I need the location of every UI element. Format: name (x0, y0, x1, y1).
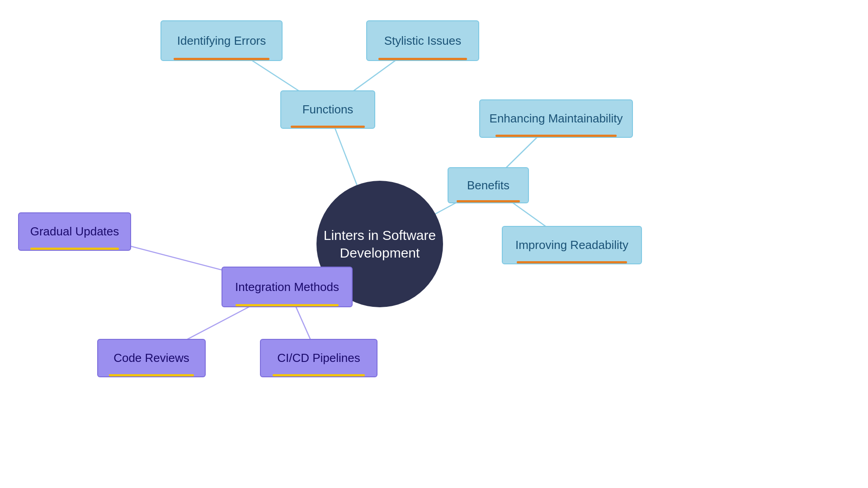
node-gradual-updates[interactable]: Gradual Updates (18, 212, 131, 251)
node-integration-methods[interactable]: Integration Methods (222, 267, 353, 307)
node-code-reviews[interactable]: Code Reviews (97, 339, 206, 377)
node-functions[interactable]: Functions (280, 90, 375, 129)
node-enhancing-maintainability[interactable]: Enhancing Maintainability (479, 99, 633, 138)
mindmap-canvas: Linters in Software DevelopmentIdentifyi… (0, 0, 868, 488)
node-improving-readability[interactable]: Improving Readability (502, 226, 642, 264)
node-ci-cd-pipelines[interactable]: CI/CD Pipelines (260, 339, 377, 377)
node-stylistic-issues[interactable]: Stylistic Issues (366, 20, 479, 61)
node-identifying-errors[interactable]: Identifying Errors (160, 20, 283, 61)
node-benefits[interactable]: Benefits (448, 167, 529, 203)
